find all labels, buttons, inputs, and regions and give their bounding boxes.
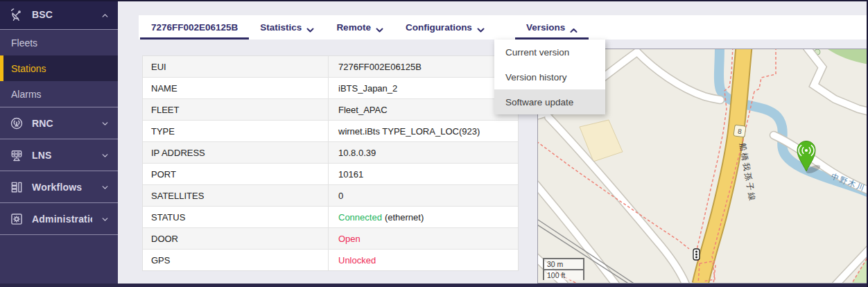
sidebar-item-label: Fleets [11, 37, 37, 49]
row-label: NAME [143, 78, 329, 98]
sidebar-item-stations[interactable]: Stations [0, 55, 118, 81]
sidebar-section-bsc[interactable]: BSC [0, 0, 118, 30]
row-value: wirnet.iBts TYPE_LORA_LOC(923) [329, 121, 518, 141]
menu-item-current-version[interactable]: Current version [494, 40, 605, 64]
station-tabbar: 7276FF002E06125B Statistics Remote Confi… [139, 15, 868, 40]
chevron-up-icon [101, 10, 110, 19]
sidebar-section-lns[interactable]: LNS [0, 139, 118, 171]
chevron-down-icon [101, 214, 110, 223]
table-row-type: TYPE wirnet.iBts TYPE_LORA_LOC(923) [143, 121, 518, 142]
sidebar-section-workflows[interactable]: Workflows [0, 171, 118, 203]
menu-item-software-update[interactable]: Software update [494, 89, 605, 114]
row-label: STATUS [143, 207, 329, 227]
chevron-down-icon [477, 25, 485, 31]
tab-statistics[interactable]: Statistics [249, 15, 325, 40]
sidebar-item-alarms[interactable]: Alarms [0, 81, 118, 107]
workflow-icon [10, 180, 24, 194]
broadcast-icon [10, 116, 24, 130]
row-label: SATELLITES [143, 185, 329, 206]
chevron-down-icon [306, 25, 314, 31]
satellite-dish-icon [10, 8, 24, 21]
row-value: Fleet_APAC [329, 99, 518, 120]
row-value: 0 [329, 185, 518, 206]
row-label: FLEET [143, 99, 329, 120]
table-row-eui: EUI 7276FF002E06125B [143, 56, 518, 78]
table-row-ip-address: IP ADDRESS 10.8.0.39 [143, 142, 518, 164]
row-value: Connected (ethernet) [329, 207, 518, 227]
status-suffix: (ethernet) [385, 212, 424, 223]
sidebar-section-label: RNC [32, 118, 92, 129]
map-scale-bar: 30 m 100 ft [543, 258, 584, 280]
table-row-fleet: FLEET Fleet_APAC [143, 99, 518, 121]
tab-station-eui[interactable]: 7276FF002E06125B [140, 15, 249, 40]
table-row-gps: GPS Unlocked [143, 250, 518, 270]
status-badge: Connected [338, 212, 382, 223]
tab-label: Statistics [260, 22, 302, 33]
sidebar-item-label: Alarms [11, 89, 42, 100]
sidebar: BSC Fleets Stations Alarms [0, 0, 118, 284]
row-label: TYPE [143, 121, 329, 141]
tab-label: Versions [526, 22, 565, 33]
menu-item-version-history[interactable]: Version history [494, 64, 605, 89]
row-label: IP ADDRESS [143, 142, 329, 163]
menu-item-label: Version history [505, 72, 567, 82]
sidebar-section-administration[interactable]: Administration [0, 203, 118, 235]
tab-label: Remote [336, 22, 371, 33]
menu-item-label: Software update [505, 97, 573, 107]
tab-label: Configurations [406, 22, 472, 33]
sidebar-section-label: LNS [32, 150, 92, 161]
table-row-door: DOOR Open [143, 228, 518, 250]
scale-imperial: 100 ft [544, 270, 583, 280]
sidebar-section-label: BSC [32, 9, 92, 20]
row-value: Open [329, 228, 518, 249]
station-detail-table: EUI 7276FF002E06125B NAME iBTS_Japan_2 F… [142, 55, 519, 271]
row-value: Unlocked [329, 250, 518, 270]
sidebar-section-label: Workflows [32, 182, 92, 193]
window-bottom-bar [0, 284, 868, 287]
row-label: DOOR [143, 228, 329, 249]
versions-dropdown-menu: Current version Version history Software… [494, 40, 605, 114]
tab-versions[interactable]: Versions [515, 15, 589, 40]
table-row-port: PORT 10161 [143, 164, 518, 185]
row-value: 10.8.0.39 [329, 142, 518, 163]
sidebar-section-label: Administration [32, 214, 92, 225]
row-value: iBTS_Japan_2 [329, 78, 518, 98]
row-value: 10161 [329, 164, 518, 184]
sidebar-item-fleets[interactable]: Fleets [0, 30, 118, 55]
sidebar-bsc-children: Fleets Stations Alarms [0, 30, 118, 107]
scale-metric: 30 m [544, 258, 583, 270]
chevron-down-icon [101, 119, 110, 128]
route-shield: 8 [734, 125, 746, 137]
tab-configurations[interactable]: Configurations [394, 15, 496, 40]
tab-label: 7276FF002E06125B [151, 22, 238, 33]
menu-item-label: Current version [505, 47, 569, 58]
row-label: PORT [143, 164, 329, 184]
window-top-border [0, 0, 868, 1]
row-value: 7276FF002E06125B [329, 56, 518, 77]
row-label: GPS [143, 250, 329, 270]
chevron-down-icon [101, 182, 110, 191]
gear-icon [10, 212, 24, 226]
app-window: BSC Fleets Stations Alarms [0, 0, 868, 287]
row-label: EUI [143, 56, 329, 77]
active-tab-underline [140, 37, 249, 40]
chevron-down-icon [101, 150, 110, 159]
sidebar-section-rnc[interactable]: RNC [0, 107, 118, 139]
chevron-up-icon [570, 25, 578, 31]
chevron-down-icon [376, 25, 383, 31]
table-row-name: NAME iBTS_Japan_2 [143, 78, 518, 99]
table-row-satellites: SATELLITES 0 [143, 185, 518, 207]
table-row-status: STATUS Connected (ethernet) [143, 207, 518, 228]
traffic-light-icon [693, 249, 700, 260]
tab-remote[interactable]: Remote [325, 15, 394, 40]
sidebar-item-label: Stations [11, 63, 46, 74]
server-icon [10, 148, 24, 162]
